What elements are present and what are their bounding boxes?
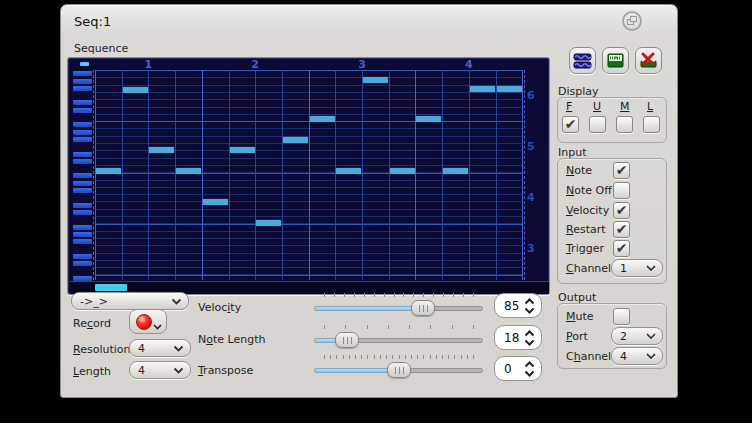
- slider-tick: [355, 355, 356, 359]
- chevron-up-icon[interactable]: [524, 330, 535, 337]
- output-channel-combo[interactable]: 4: [611, 347, 663, 365]
- display-f-checkbox[interactable]: [562, 116, 579, 133]
- keyboard-mark: [73, 100, 92, 105]
- seq-module-window: Seq:1: [60, 4, 678, 398]
- spin-arrows[interactable]: [524, 330, 535, 346]
- length-combo[interactable]: 4: [129, 361, 191, 379]
- note-bar[interactable]: [470, 86, 495, 92]
- rename-track-button[interactable]: [602, 47, 629, 74]
- slider-tick: [411, 355, 412, 359]
- note-bar[interactable]: [96, 168, 121, 174]
- length-value: 4: [130, 364, 173, 377]
- window-menu-icon[interactable]: [622, 11, 642, 31]
- note-length-spinbox[interactable]: 18: [494, 325, 542, 350]
- octave-label: 6: [527, 89, 541, 103]
- note-bar[interactable]: [203, 199, 228, 205]
- input-note-checkbox[interactable]: [613, 162, 630, 179]
- note-bar[interactable]: [176, 168, 201, 174]
- note-bar[interactable]: [283, 137, 308, 143]
- note-bar[interactable]: [390, 168, 415, 174]
- slider-tick: [324, 293, 325, 297]
- slider-tick: [324, 355, 325, 359]
- duplicate-track-button[interactable]: [569, 47, 596, 74]
- input-restart-checkbox[interactable]: [613, 221, 630, 238]
- slider-tick: [473, 325, 474, 329]
- velocity-spinbox[interactable]: 85: [494, 293, 542, 318]
- slider-tick: [463, 293, 464, 297]
- note-bar[interactable]: [230, 147, 255, 153]
- chevron-up-icon[interactable]: [524, 298, 535, 305]
- slider-tick: [361, 355, 362, 359]
- slider-tick: [417, 355, 418, 359]
- sequence-grid[interactable]: 12346543: [70, 60, 549, 294]
- note-bar[interactable]: [149, 147, 174, 153]
- spin-arrows[interactable]: [524, 361, 535, 377]
- note-bar[interactable]: [443, 168, 468, 174]
- slider-tick: [403, 293, 404, 297]
- chevron-down-icon[interactable]: [524, 339, 535, 346]
- sequence-grid-frame: 12346543: [67, 57, 550, 295]
- output-port-combo[interactable]: 2: [611, 327, 663, 345]
- note-bar[interactable]: [497, 86, 522, 92]
- input-note-off-checkbox[interactable]: [613, 182, 630, 199]
- transpose-spin-value: 0: [495, 362, 524, 376]
- chevron-up-icon[interactable]: [524, 361, 535, 368]
- keyboard-mark: [73, 232, 92, 237]
- chevron-down-icon: [646, 333, 656, 339]
- note-bar[interactable]: [256, 220, 281, 226]
- spin-arrows[interactable]: [524, 298, 535, 314]
- slider-ticks: [324, 325, 473, 330]
- input-note-off-label: Note Off: [566, 184, 612, 197]
- note-length-slider[interactable]: [314, 325, 483, 347]
- keyboard-mark: [73, 225, 92, 230]
- velocity-slider[interactable]: [314, 293, 483, 315]
- slider-tick: [349, 355, 350, 359]
- grid-step-line: [229, 70, 230, 280]
- length-label: Length: [73, 365, 111, 378]
- note-bar[interactable]: [310, 116, 335, 122]
- slider-tick: [374, 293, 375, 297]
- keyboard-mark: [73, 71, 92, 76]
- note-bar[interactable]: [336, 168, 361, 174]
- slider-tick: [394, 293, 395, 297]
- chevron-down-icon[interactable]: [524, 370, 535, 377]
- grid-step-line: [148, 70, 149, 280]
- output-mute-label: Mute: [566, 310, 594, 323]
- grid-step-line: [335, 70, 336, 280]
- note-bar[interactable]: [123, 87, 148, 93]
- chevron-down-icon: [646, 353, 656, 359]
- slider-tick: [413, 293, 414, 297]
- chevron-down-icon[interactable]: [524, 307, 535, 314]
- display-u-checkbox[interactable]: [589, 116, 606, 133]
- note-bar[interactable]: [416, 116, 441, 122]
- beat-label: 4: [459, 60, 479, 71]
- transpose-spinbox[interactable]: 0: [494, 356, 542, 381]
- display-m-checkbox[interactable]: [616, 116, 633, 133]
- input-trigger-checkbox[interactable]: [613, 240, 630, 257]
- grid-step-line: [175, 70, 176, 280]
- chevron-down-icon: [153, 324, 162, 330]
- delete-track-button[interactable]: [635, 47, 662, 74]
- octave-label: 5: [527, 140, 541, 154]
- slider-handle[interactable]: [411, 300, 435, 316]
- slider-handle[interactable]: [335, 332, 359, 348]
- slider-tick: [384, 293, 385, 297]
- transpose-slider[interactable]: [314, 355, 483, 377]
- slider-tick: [324, 325, 325, 329]
- loop-mode-combo[interactable]: ->_>: [71, 292, 189, 310]
- keyboard-mark: [73, 210, 92, 215]
- keyboard-mark: [73, 276, 92, 281]
- slider-handle[interactable]: [387, 362, 411, 378]
- display-l-checkbox[interactable]: [643, 116, 660, 133]
- record-button[interactable]: [129, 309, 167, 334]
- keyboard-mark: [73, 159, 92, 164]
- keyboard-mark: [73, 79, 92, 84]
- input-velocity-checkbox[interactable]: [613, 202, 630, 219]
- output-mute-checkbox[interactable]: [613, 308, 630, 325]
- waves-icon: [573, 51, 592, 70]
- input-channel-combo[interactable]: 1: [611, 259, 663, 277]
- record-label: Record: [73, 317, 111, 330]
- resolution-combo[interactable]: 4: [129, 339, 191, 357]
- note-bar[interactable]: [363, 77, 388, 83]
- grid-bar-line: [415, 70, 416, 280]
